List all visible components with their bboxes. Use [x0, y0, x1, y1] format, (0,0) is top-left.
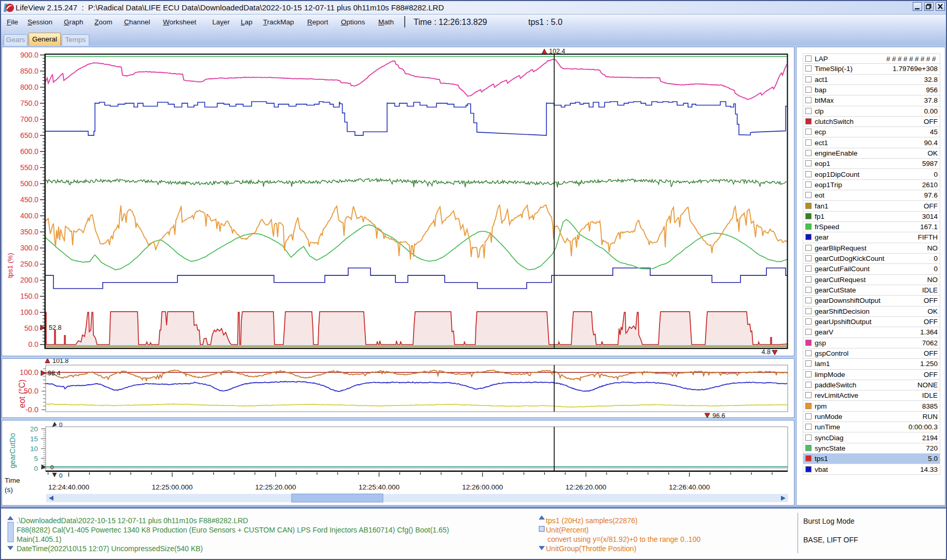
svg-text:0: 0 [59, 472, 62, 479]
svg-text:50.0: 50.0 [24, 324, 38, 332]
svg-text:100.0: 100.0 [20, 368, 38, 376]
svg-text:12:26:40.000: 12:26:40.000 [669, 483, 710, 491]
svg-text:0: 0 [59, 422, 62, 428]
svg-text:12:26:20.000: 12:26:20.000 [566, 483, 607, 491]
svg-text:850.0: 850.0 [20, 67, 38, 75]
svg-text:20: 20 [30, 425, 38, 433]
svg-text:15: 15 [30, 435, 38, 443]
svg-text:0.0: 0.0 [29, 340, 39, 348]
svg-text:(s): (s) [5, 486, 13, 494]
svg-text:550.0: 550.0 [20, 163, 38, 172]
svg-text:98.4: 98.4 [48, 370, 60, 377]
svg-text:12:25:00.000: 12:25:00.000 [152, 483, 193, 491]
svg-text:200.0: 200.0 [20, 276, 38, 284]
svg-text:12:26:00.000: 12:26:00.000 [462, 483, 503, 491]
svg-text:5: 5 [34, 455, 38, 463]
svg-text:800.0: 800.0 [20, 83, 38, 91]
svg-text:Time: Time [5, 477, 20, 484]
svg-text:4.8: 4.8 [762, 348, 771, 356]
svg-text:300.0: 300.0 [20, 244, 38, 252]
svg-text:10: 10 [30, 445, 38, 453]
svg-text:0: 0 [34, 465, 38, 472]
svg-text:400.0: 400.0 [20, 212, 38, 220]
svg-text:150.0: 150.0 [20, 292, 38, 300]
svg-text:-0.0: -0.0 [25, 405, 38, 414]
svg-text:101.8: 101.8 [52, 359, 68, 365]
svg-text:500.0: 500.0 [20, 179, 38, 188]
svg-text:96.6: 96.6 [712, 412, 725, 418]
svg-text:350.0: 350.0 [20, 228, 38, 236]
svg-text:700.0: 700.0 [20, 115, 38, 123]
svg-text:450.0: 450.0 [20, 195, 38, 204]
svg-text:12:25:20.000: 12:25:20.000 [255, 483, 296, 491]
svg-text:12:24:40.000: 12:24:40.000 [48, 483, 89, 491]
svg-text:900.0: 900.0 [20, 51, 38, 59]
svg-text:250.0: 250.0 [20, 260, 38, 268]
svg-text:600.0: 600.0 [20, 147, 38, 156]
svg-text:52.8: 52.8 [49, 324, 61, 331]
svg-text:12:25:40.000: 12:25:40.000 [359, 483, 400, 491]
svg-text:750.0: 750.0 [20, 99, 38, 107]
svg-text:102.4: 102.4 [549, 48, 565, 55]
svg-text:650.0: 650.0 [20, 131, 38, 139]
svg-text:100.0: 100.0 [20, 308, 38, 316]
svg-text:0: 0 [50, 464, 53, 470]
